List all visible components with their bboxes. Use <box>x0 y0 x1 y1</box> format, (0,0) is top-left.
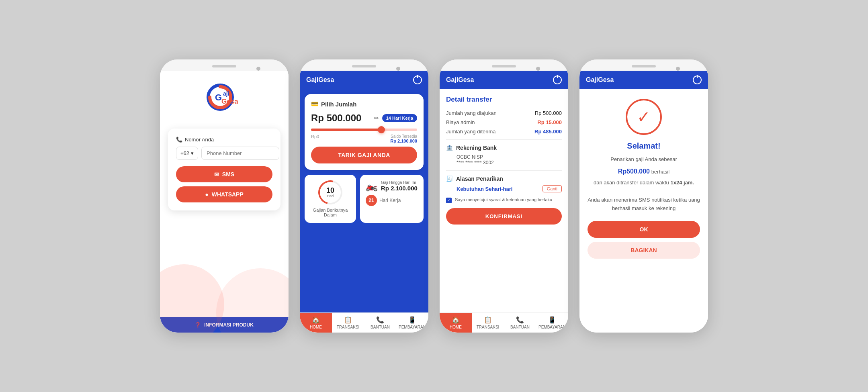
alasan-row: Kebutuhan Sehari-hari Ganti <box>457 185 562 192</box>
logo-container: G aji Gesa <box>198 83 250 116</box>
detail-body: Detail transfer Jumlah yang diajukan Rp … <box>440 89 568 312</box>
detail-nav-bantuan[interactable]: 📞 BANTUAN <box>504 313 536 333</box>
rekening-bank-label: Rekening Bank <box>456 145 497 151</box>
power-button[interactable] <box>413 76 422 84</box>
amount-slider[interactable] <box>311 129 417 131</box>
detail-nav-bantuan-label: BANTUAN <box>510 325 530 329</box>
speaker-1 <box>212 65 236 67</box>
amount-row: Rp 500.000 ✏ 14 Hari Kerja <box>311 112 417 124</box>
home-bottom-nav: 🏠 HOME 📋 TRANSAKSI 📞 BANTUAN 📱 PEMBAYARA… <box>300 312 428 333</box>
jumlah-diterima-label: Jumlah yang diterima <box>446 129 496 135</box>
success-desc1: Penarikan gaji Anda sebesar <box>610 155 677 164</box>
sms-button[interactable]: ✉ SMS <box>176 166 272 182</box>
jumlah-diterima-value: Rp 485.000 <box>534 129 562 135</box>
country-code-selector[interactable]: +62 ▾ <box>176 147 198 160</box>
success-card: ✓ Selamat! Penarikan gaji Anda sebesar R… <box>579 89 708 333</box>
success-app-header: GajiGesa <box>579 71 708 89</box>
amount-value: Rp 500.000 <box>311 112 361 124</box>
bagikan-button[interactable]: BAGIKAN <box>588 242 700 259</box>
gaji-amount: Rp 2.100.000 <box>381 185 418 192</box>
nav-pembayaran[interactable]: 📱 PEMBAYARAN <box>396 313 428 333</box>
home-body: 💳 Pilih Jumlah Rp 500.000 ✏ 14 Hari Kerj… <box>300 89 428 312</box>
syarat-checkbox[interactable]: ✓ <box>446 198 452 203</box>
svg-text:Gesa: Gesa <box>221 98 238 105</box>
jumlah-diajukan-label: Jumlah yang diajukan <box>446 110 497 116</box>
login-screen: G aji Gesa 📞 Nomor Anda <box>160 71 289 333</box>
konfirmasi-button[interactable]: KONFIRMASI <box>446 208 562 225</box>
nav-bantuan[interactable]: 📞 BANTUAN <box>364 313 396 333</box>
detail-transaksi-icon: 📋 <box>484 316 492 324</box>
gaji-info: Gaji Hingga Hari Ini Rp 2.100.000 <box>381 180 418 192</box>
detail-screen: GajiGesa Detail transfer Jumlah yang dia… <box>440 71 568 333</box>
ganti-button[interactable]: Ganti <box>542 185 562 192</box>
detail-app-header: GajiGesa <box>440 71 568 89</box>
whatsapp-button[interactable]: ● WHATSAPP <box>176 186 272 202</box>
dropdown-arrow: ▾ <box>191 150 194 156</box>
home-nav-icon: 🏠 <box>312 316 320 324</box>
nav-bantuan-label: BANTUAN <box>371 325 390 329</box>
bank-name: OCBC NISP <box>457 154 562 160</box>
days-unit: Hari <box>327 194 334 198</box>
edit-icon[interactable]: ✏ <box>374 115 379 121</box>
detail-power-button[interactable] <box>553 76 562 84</box>
biaya-admin-row: Biaya admin Rp 15.000 <box>446 119 562 125</box>
detail-title: Detail transfer <box>446 96 562 104</box>
detail-nav-home[interactable]: 🏠 HOME <box>440 313 472 333</box>
days-circle: 10 Hari <box>314 176 347 209</box>
camera-2 <box>396 67 400 71</box>
biaya-admin-value: Rp 15.000 <box>537 119 562 125</box>
detail-bottom-nav: 🏠 HOME 📋 TRANSAKSI 📞 BANTUAN 📱 PEMBAYARA… <box>440 312 568 333</box>
rekening-bank-section: 🏦 Rekening Bank <box>446 145 562 151</box>
login-card: 📞 Nomor Anda +62 ▾ ✉ SMS <box>168 129 280 210</box>
syarat-text: Saya menyetujui syarat & ketentuan yang … <box>455 197 552 202</box>
hari-kerja-row: 21 Hari Kerja <box>366 195 418 206</box>
phone-icon: 📞 <box>176 137 182 143</box>
detail-app-title: GajiGesa <box>446 76 474 84</box>
jumlah-diajukan-row: Jumlah yang diajukan Rp 500.000 <box>446 110 562 116</box>
nav-pembayaran-label: PEMBAYARAN <box>399 325 426 329</box>
camera-3 <box>536 67 540 71</box>
tarik-gaji-button[interactable]: TARIK GAJI ANDA <box>311 147 417 163</box>
slider-thumb <box>378 126 385 133</box>
success-power-button[interactable] <box>693 76 702 84</box>
jumlah-diajukan-value: Rp 500.000 <box>535 110 562 116</box>
ok-button[interactable]: OK <box>588 221 700 238</box>
alasan-value: Kebutuhan Sehari-hari <box>457 186 512 192</box>
success-desc3: dan akan ditransfer dalam waktu 1x24 jam… <box>594 179 694 187</box>
phone-success: GajiGesa ✓ Selamat! Penarikan gaji Anda … <box>579 59 708 333</box>
bank-icon: 🏦 <box>446 145 453 151</box>
success-desc4: Anda akan menerima SMS notifikasi ketika… <box>588 196 700 213</box>
sms-icon: ✉ <box>214 171 219 178</box>
detail-nav-home-label: HOME <box>450 325 462 329</box>
transaksi-nav-icon: 📋 <box>344 316 352 324</box>
nav-transaksi[interactable]: 📋 TRANSAKSI <box>332 313 364 333</box>
success-amount-row: Rp500.000 berhasil <box>618 166 669 177</box>
whatsapp-icon: ● <box>205 191 208 198</box>
hari-kerja-badge: 14 Hari Kerja <box>382 114 417 122</box>
phone-input-row: +62 ▾ <box>176 147 272 160</box>
gaji-subtitle: Gaji Hingga Hari Ini <box>381 180 418 185</box>
alasan-label: Alasan Penarikan <box>456 176 503 182</box>
gaji-info-panel: 🏍️ Gaji Hingga Hari Ini Rp 2.100.000 21 … <box>360 175 424 223</box>
alasan-icon: 🧾 <box>446 176 453 182</box>
detail-nav-transaksi-label: TRANSAKSI <box>477 325 500 329</box>
hari-kerja-circle: 21 <box>366 195 377 206</box>
nav-home[interactable]: 🏠 HOME <box>300 313 332 333</box>
svg-text:G: G <box>215 92 222 102</box>
detail-home-icon: 🏠 <box>452 316 460 324</box>
country-code-value: +62 <box>180 150 189 156</box>
divider-1 <box>446 139 562 140</box>
selamat-title: Selamat! <box>627 141 660 151</box>
nav-home-label: HOME <box>310 325 322 329</box>
saldo-tersedia-label: Saldo Tersedia <box>391 134 417 139</box>
phone-number-input[interactable] <box>201 147 279 160</box>
moto-icon: 🏍️ <box>366 180 378 192</box>
gaji-row: 🏍️ Gaji Hingga Hari Ini Rp 2.100.000 <box>366 180 418 192</box>
svg-text:aji: aji <box>223 90 229 97</box>
success-app-title: GajiGesa <box>586 76 614 84</box>
detail-nav-transaksi[interactable]: 📋 TRANSAKSI <box>472 313 504 333</box>
phone-home: GajiGesa 💳 Pilih Jumlah Rp 500.000 ✏ 14 … <box>300 59 428 333</box>
success-amount: Rp500.000 <box>618 168 650 175</box>
detail-nav-pembayaran[interactable]: 📱 PEMBAYARAN <box>536 313 568 333</box>
syarat-checkbox-row: ✓ Saya menyetujui syarat & ketentuan yan… <box>446 197 562 203</box>
